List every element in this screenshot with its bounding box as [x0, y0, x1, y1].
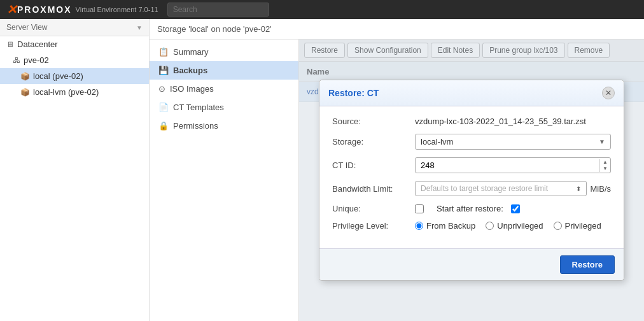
- source-label: Source:: [332, 117, 415, 126]
- modal-body: Source: vzdump-lxc-103-2022_01_14-23_55_…: [319, 106, 624, 248]
- local-lvm-pve02-icon: 📦: [20, 88, 30, 97]
- sidebar-collapse-icon[interactable]: ▼: [136, 24, 143, 31]
- modal-header: Restore: CT ✕: [319, 80, 624, 106]
- radio-privileged-input[interactable]: [554, 222, 562, 230]
- content-area: Storage 'local' on node 'pve-02' 📋 Summa…: [150, 19, 644, 321]
- sidebar-item-local-pve02-label: local (pve-02): [33, 71, 83, 81]
- bandwidth-input-group: Defaults to target storage restore limit…: [415, 181, 611, 196]
- nav-item-iso-images[interactable]: ⊙ ISO Images: [150, 80, 298, 98]
- bandwidth-label: Bandwidth Limit:: [332, 184, 415, 194]
- unique-row: Unique: Start after restore:: [332, 204, 611, 213]
- source-value: vzdump-lxc-103-2022_01_14-23_55_39.tar.z…: [415, 117, 611, 126]
- pve02-icon: 🖧: [13, 56, 20, 65]
- left-nav: 📋 Summary 💾 Backups ⊙ ISO Images 📄 CT Te…: [150, 39, 299, 321]
- start-after-restore-item: Start after restore:: [437, 204, 520, 213]
- iso-images-icon: ⊙: [158, 84, 165, 94]
- backups-icon: 💾: [158, 66, 169, 75]
- privilege-level-label: Privilege Level:: [332, 221, 415, 231]
- nav-item-summary-label: Summary: [173, 47, 209, 57]
- modal-restore-button[interactable]: Restore: [560, 255, 615, 274]
- local-pve02-icon: 📦: [20, 72, 30, 81]
- restore-ct-modal: Restore: CT ✕ Source: vzdump-lxc-103-202…: [319, 80, 624, 281]
- nav-item-backups-label: Backups: [173, 66, 207, 75]
- logo-x-icon: ✕: [6, 2, 17, 17]
- storage-label: Storage:: [332, 137, 415, 146]
- nav-item-ct-templates[interactable]: 📄 CT Templates: [150, 98, 298, 117]
- nav-item-permissions[interactable]: 🔒 Permissions: [150, 117, 298, 135]
- unique-label: Unique:: [332, 204, 415, 213]
- ctid-input-container: 248 ▲ ▼: [415, 157, 611, 173]
- storage-select-arrow-icon: ▼: [599, 138, 605, 145]
- radio-privileged: Privileged: [554, 221, 601, 231]
- radio-from-backup-input[interactable]: [415, 222, 423, 230]
- ct-templates-icon: 📄: [158, 103, 169, 112]
- topbar: ✕ PROXMOX Virtual Environment 7.0-11: [0, 0, 644, 19]
- breadcrumb-text: Storage 'local' on node 'pve-02': [157, 24, 272, 34]
- modal-close-button[interactable]: ✕: [602, 87, 615, 99]
- logo-brand: PROXMOX: [17, 4, 72, 15]
- bandwidth-placeholder: Defaults to target storage restore limit: [421, 184, 548, 193]
- radio-from-backup: From Backup: [415, 221, 475, 231]
- checkbox-group: Start after restore:: [415, 204, 611, 213]
- bandwidth-input-container: Defaults to target storage restore limit…: [415, 181, 587, 196]
- sidebar-item-local-lvm-pve02[interactable]: 📦 local-lvm (pve-02): [0, 84, 149, 100]
- page-layout: 📋 Summary 💾 Backups ⊙ ISO Images 📄 CT Te…: [150, 39, 644, 321]
- nav-item-backups[interactable]: 💾 Backups: [150, 61, 298, 80]
- sidebar-item-datacenter-label: Datacenter: [17, 39, 58, 49]
- radio-unprivileged-input[interactable]: [486, 222, 494, 230]
- modal-footer: Restore: [319, 248, 624, 280]
- right-panel: Restore Show Configuration Edit Notes Pr…: [299, 39, 644, 321]
- sidebar-item-pve02[interactable]: 🖧 pve-02: [0, 52, 149, 68]
- ctid-label: CT ID:: [332, 160, 415, 170]
- privilege-level-row: Privilege Level: From Backup Unprivilege…: [332, 221, 611, 231]
- unique-checkbox[interactable]: [415, 204, 424, 213]
- main-layout: Server View ▼ 🖥 Datacenter 🖧 pve-02 📦 lo…: [0, 19, 644, 321]
- sidebar-item-local-lvm-pve02-label: local-lvm (pve-02): [33, 87, 99, 97]
- ctid-row: CT ID: 248 ▲ ▼: [332, 157, 611, 173]
- ctid-down-icon[interactable]: ▼: [603, 166, 608, 172]
- radio-privileged-label: Privileged: [565, 221, 601, 231]
- storage-select[interactable]: local-lvm ▼: [415, 134, 611, 150]
- nav-item-permissions-label: Permissions: [173, 121, 218, 131]
- ctid-up-icon[interactable]: ▲: [603, 159, 608, 166]
- nav-item-iso-images-label: ISO Images: [170, 84, 214, 94]
- ctid-arrows: ▲ ▼: [599, 159, 610, 172]
- bandwidth-unit: MiB/s: [591, 184, 612, 194]
- sidebar-item-local-pve02[interactable]: 📦 local (pve-02): [0, 68, 149, 84]
- proxmox-logo: ✕ PROXMOX Virtual Environment 7.0-11: [6, 2, 158, 17]
- radio-unprivileged: Unprivileged: [486, 221, 543, 231]
- sidebar-item-datacenter[interactable]: 🖥 Datacenter: [0, 36, 149, 52]
- start-after-label: Start after restore:: [437, 204, 503, 213]
- bandwidth-row: Bandwidth Limit: Defaults to target stor…: [332, 181, 611, 196]
- summary-icon: 📋: [158, 47, 169, 57]
- nav-item-ct-templates-label: CT Templates: [173, 103, 224, 112]
- storage-select-value: local-lvm: [421, 137, 453, 146]
- sidebar-item-pve02-label: pve-02: [24, 55, 49, 65]
- start-after-checkbox[interactable]: [511, 204, 520, 213]
- sidebar: Server View ▼ 🖥 Datacenter 🖧 pve-02 📦 lo…: [0, 19, 150, 321]
- datacenter-icon: 🖥: [6, 40, 14, 49]
- storage-row: Storage: local-lvm ▼: [332, 134, 611, 150]
- logo-ve: Virtual Environment 7.0-11: [76, 6, 158, 13]
- unique-checkbox-item: [415, 204, 424, 213]
- permissions-icon: 🔒: [158, 121, 169, 131]
- source-row: Source: vzdump-lxc-103-2022_01_14-23_55_…: [332, 117, 611, 126]
- breadcrumb: Storage 'local' on node 'pve-02': [150, 19, 644, 39]
- search-input[interactable]: [167, 3, 269, 17]
- radio-unprivileged-label: Unprivileged: [497, 221, 543, 231]
- bandwidth-spin-icon[interactable]: ⬍: [576, 185, 581, 192]
- modal-overlay: Restore: CT ✕ Source: vzdump-lxc-103-202…: [299, 39, 644, 321]
- sidebar-header-label: Server View: [6, 23, 47, 32]
- ctid-input[interactable]: 248: [416, 158, 599, 173]
- modal-title: Restore: CT: [328, 88, 379, 98]
- privilege-radio-group: From Backup Unprivileged Privileged: [415, 221, 611, 231]
- nav-item-summary[interactable]: 📋 Summary: [150, 43, 298, 61]
- radio-from-backup-label: From Backup: [426, 221, 475, 231]
- sidebar-header: Server View ▼: [0, 19, 149, 36]
